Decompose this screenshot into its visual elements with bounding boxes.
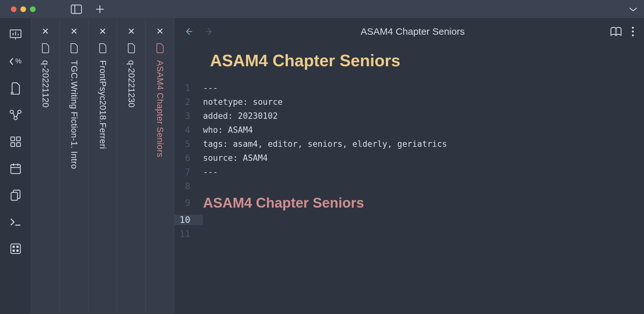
svg-rect-19 — [17, 143, 20, 146]
line-number: 10 — [174, 215, 203, 225]
close-icon[interactable]: ✕ — [70, 26, 78, 37]
calendar-icon[interactable] — [9, 162, 22, 175]
svg-rect-24 — [11, 192, 18, 200]
code-line[interactable]: 3 added: 20230102 — [174, 109, 644, 123]
grid-icon[interactable] — [9, 135, 22, 148]
code-line[interactable]: 4 who: ASAM4 — [174, 123, 644, 137]
line-content[interactable]: --- — [203, 83, 644, 93]
expand-chevron-button[interactable] — [627, 4, 639, 15]
line-number: 11 — [174, 229, 203, 239]
svg-point-33 — [632, 27, 634, 29]
new-tab-button[interactable] — [94, 4, 106, 15]
line-content[interactable]: who: ASAM4 — [203, 125, 644, 135]
svg-rect-20 — [11, 165, 20, 174]
svg-rect-0 — [71, 5, 81, 13]
svg-point-13 — [14, 117, 17, 120]
line-number: 2 — [174, 97, 203, 107]
tab-label: q-20221230 — [126, 60, 136, 108]
line-number: 9 — [174, 198, 203, 208]
document-title: ASAM4 Chapter Seniors — [210, 51, 644, 70]
icon-sidebar: % — [0, 18, 31, 314]
reading-view-button[interactable] — [610, 26, 622, 37]
slideshow-icon[interactable] — [9, 28, 22, 41]
close-window-button[interactable] — [11, 6, 17, 12]
template-icon[interactable]: % — [9, 55, 22, 68]
nav-arrows — [184, 27, 216, 36]
code-line-current[interactable]: 10 — [174, 213, 644, 227]
line-content[interactable]: notetype: source — [203, 97, 644, 107]
code-line[interactable]: 6 source: ASAM4 — [174, 151, 644, 165]
tab-label: TGC.Writing Fiction-1. Intro — [69, 60, 79, 169]
line-number: 3 — [174, 111, 203, 121]
line-number: 1 — [174, 83, 203, 93]
close-icon[interactable]: ✕ — [156, 26, 164, 37]
terminal-icon[interactable] — [9, 215, 22, 229]
code-line[interactable]: 9 ASAM4 Chapter Seniors — [174, 193, 644, 213]
editor-area: ASAM4 Chapter Seniors AS — [174, 18, 644, 314]
line-number: 6 — [174, 153, 203, 163]
tab-label: q-20221120 — [40, 60, 50, 108]
tab-label: ASAM4 Chapter Seniors — [155, 60, 165, 157]
svg-point-27 — [13, 246, 14, 248]
svg-point-28 — [17, 246, 18, 248]
line-content[interactable]: added: 20230102 — [203, 111, 644, 121]
close-icon[interactable]: ✕ — [128, 26, 135, 37]
svg-rect-17 — [17, 137, 20, 141]
tab-frontpsyc[interactable]: ✕ FrontPsyc2018.Ferreri — [88, 18, 117, 314]
svg-rect-26 — [11, 244, 20, 253]
svg-line-14 — [13, 113, 15, 117]
line-content-heading[interactable]: ASAM4 Chapter Seniors — [203, 195, 644, 211]
editor-header: ASAM4 Chapter Seniors — [174, 18, 644, 45]
nav-back-button[interactable] — [184, 27, 195, 36]
minimize-window-button[interactable] — [20, 6, 26, 12]
svg-point-10 — [11, 92, 13, 94]
close-icon[interactable]: ✕ — [99, 26, 106, 37]
line-number: 8 — [174, 181, 203, 191]
editor-header-right — [610, 26, 634, 37]
tab-label: FrontPsyc2018.Ferreri — [98, 60, 108, 149]
code-line[interactable]: 5 tags: asam4, editor, seniors, elderly,… — [174, 137, 644, 151]
file-icon — [156, 42, 164, 53]
svg-point-35 — [632, 34, 634, 36]
svg-point-29 — [13, 250, 14, 252]
line-number: 4 — [174, 125, 203, 135]
line-number: 5 — [174, 139, 203, 149]
code-line[interactable]: 1 --- — [174, 81, 644, 95]
toggle-sidebar-button[interactable] — [71, 4, 82, 15]
tab-q-20221120[interactable]: ✕ q-20221120 — [31, 18, 60, 314]
editor-content[interactable]: ASAM4 Chapter Seniors 1 --- 2 notetype: … — [174, 45, 644, 314]
tab-asam4-active[interactable]: ✕ ASAM4 Chapter Seniors — [146, 18, 174, 314]
titlebar-controls — [71, 4, 106, 15]
line-number: 7 — [174, 167, 203, 177]
code-line[interactable]: 2 notetype: source — [174, 95, 644, 109]
file-icon — [127, 42, 136, 53]
more-options-button[interactable] — [631, 26, 634, 37]
svg-point-34 — [632, 31, 634, 32]
window-controls — [11, 6, 36, 12]
dice-icon[interactable] — [9, 242, 22, 255]
close-icon[interactable]: ✕ — [42, 26, 49, 37]
titlebar — [0, 0, 644, 18]
nav-forward-button[interactable] — [204, 27, 216, 36]
copy-icon[interactable] — [9, 189, 22, 202]
document-icon[interactable] — [9, 82, 22, 95]
line-content[interactable]: tags: asam4, editor, seniors, elderly, g… — [203, 139, 644, 149]
code-line[interactable]: 11 — [174, 227, 644, 241]
tab-q-20221230[interactable]: ✕ q-20221230 — [117, 18, 146, 314]
code-line[interactable]: 7 --- — [174, 165, 644, 179]
svg-text:%: % — [15, 57, 22, 65]
tabs-container: ✕ q-20221120 ✕ TGC.Writing Fiction-1. In… — [31, 18, 174, 314]
file-icon — [98, 42, 107, 53]
graph-icon[interactable] — [9, 108, 22, 122]
file-icon — [70, 42, 79, 53]
line-content[interactable]: --- — [203, 167, 644, 177]
code-lines: 1 --- 2 notetype: source 3 added: 202301… — [174, 81, 644, 241]
code-line[interactable]: 8 — [174, 179, 644, 193]
svg-rect-16 — [11, 137, 15, 141]
svg-line-15 — [17, 113, 18, 117]
line-content[interactable]: source: ASAM4 — [203, 153, 644, 163]
maximize-window-button[interactable] — [30, 6, 36, 12]
file-icon — [41, 42, 50, 53]
tab-tgc-writing[interactable]: ✕ TGC.Writing Fiction-1. Intro — [60, 18, 88, 314]
main-container: % — [0, 18, 644, 314]
